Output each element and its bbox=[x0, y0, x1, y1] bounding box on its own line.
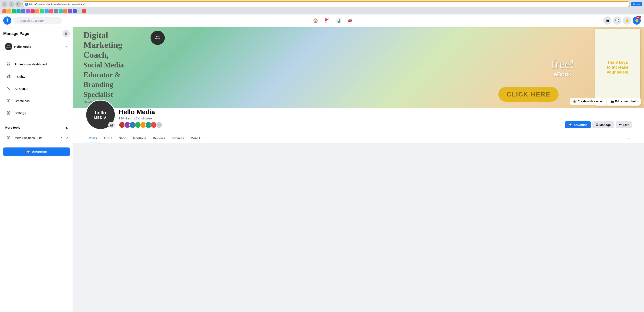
more-tab-chevron: ▾ bbox=[199, 136, 200, 140]
bookmark-5[interactable] bbox=[21, 9, 25, 13]
megaphone-icon: 📣 bbox=[347, 18, 352, 23]
advertise-button-label: Advertise bbox=[32, 150, 47, 154]
flag-icon: 🚩 bbox=[324, 18, 330, 23]
sidebar-item-create-ads[interactable]: Create ads bbox=[3, 95, 70, 106]
edit-cover-button[interactable]: 📷 Edit cover photo bbox=[607, 98, 641, 105]
advertise-action-button[interactable]: 📢 Advertise bbox=[565, 121, 590, 128]
sidebar-item-ad-centre[interactable]: Ad Centre bbox=[3, 83, 70, 94]
grid-button[interactable]: ⊞ bbox=[603, 16, 612, 24]
profile-avatar-container: hello MEDIA 📷 bbox=[86, 100, 116, 130]
more-tools-section[interactable]: More tools ▲ bbox=[3, 124, 70, 131]
professional-dashboard-label: Professional dashboard bbox=[15, 63, 47, 66]
back-button[interactable]: ← bbox=[2, 1, 7, 7]
tab-reviews[interactable]: Reviews bbox=[150, 134, 168, 143]
tab-about[interactable]: About bbox=[100, 134, 116, 143]
forward-button[interactable]: → bbox=[8, 1, 14, 7]
cover-photo-container: DigitalMarketingCoach,Social MediaEducat… bbox=[73, 27, 644, 108]
create-avatar-button[interactable]: 🎭 Create with avatar bbox=[570, 98, 606, 105]
camera-icon-cover: 📷 bbox=[610, 100, 614, 103]
bookmark-11[interactable] bbox=[49, 9, 53, 13]
refresh-button[interactable]: ↻ bbox=[16, 1, 21, 7]
bookmark-3[interactable] bbox=[12, 9, 16, 13]
favicon: f bbox=[25, 3, 28, 6]
search-input[interactable] bbox=[13, 17, 62, 24]
bookmark-1[interactable] bbox=[2, 9, 6, 13]
bookmark-14[interactable] bbox=[63, 9, 67, 13]
bookmark-12[interactable] bbox=[54, 9, 58, 13]
bookmark-17[interactable] bbox=[77, 9, 81, 13]
address-bar[interactable]: f https://www.facebook.com/hellomedia.dr… bbox=[22, 1, 630, 7]
bookmark-7[interactable] bbox=[30, 9, 34, 13]
bookmark-13[interactable] bbox=[58, 9, 63, 13]
more-tools-label: More tools bbox=[5, 126, 20, 129]
user-avatar[interactable]: 😊 20+ bbox=[632, 16, 641, 24]
tab-more[interactable]: More ▾ bbox=[187, 133, 204, 143]
url-text: https://www.facebook.com/hellomedia.drea… bbox=[29, 3, 84, 6]
cover-photo-buttons: 🎭 Create with avatar 📷 Edit cover photo bbox=[570, 98, 641, 105]
profile-photo-camera-button[interactable]: 📷 bbox=[108, 122, 115, 128]
tab-shop[interactable]: Shop bbox=[116, 134, 130, 143]
tab-ellipsis-container: ··· bbox=[626, 135, 632, 142]
insights-icon bbox=[5, 73, 12, 80]
messenger-button[interactable]: 💬 bbox=[613, 16, 621, 24]
stats-separator: · bbox=[132, 117, 133, 120]
sidebar-item-insights[interactable]: Insights bbox=[3, 71, 70, 82]
meta-suite-icon bbox=[5, 134, 12, 141]
sidebar: Manage Page ⊞ helloMEDIA Hello Media ▼ P… bbox=[0, 27, 73, 312]
svg-rect-1 bbox=[9, 63, 10, 64]
home-nav-button[interactable]: 🏠 bbox=[310, 16, 320, 25]
advertise-button[interactable]: 📢 Advertise bbox=[3, 148, 70, 156]
notification-badge: 20+ bbox=[636, 16, 641, 18]
grid-icon-small: ⊞ bbox=[65, 32, 68, 35]
profile-section: hello MEDIA 📷 Hello Media 934 likes · 1.… bbox=[73, 108, 644, 133]
sidebar-item-settings[interactable]: Settings bbox=[3, 107, 70, 119]
avatar-icon: 😊 bbox=[635, 19, 638, 22]
edit-action-button[interactable]: ✏ Edit bbox=[616, 121, 632, 128]
bookmark-4[interactable] bbox=[16, 9, 20, 13]
dropdown-arrow-icon: ▼ bbox=[66, 45, 68, 48]
bookmark-6[interactable] bbox=[26, 9, 30, 13]
settings-icon bbox=[5, 109, 12, 117]
manage-action-button[interactable]: ⚙ Manage bbox=[592, 121, 614, 128]
page-tabs-container: Posts About Shop Mentions Reviews Servic… bbox=[73, 133, 644, 144]
chart-nav-button[interactable]: 📊 bbox=[334, 16, 343, 25]
follower-avatar-more: ··· bbox=[156, 122, 162, 128]
home-icon: 🏠 bbox=[313, 18, 318, 23]
create-ads-icon bbox=[5, 97, 12, 104]
dashboard-icon bbox=[5, 61, 12, 68]
tab-posts[interactable]: Posts bbox=[86, 134, 100, 143]
tab-mentions[interactable]: Mentions bbox=[130, 134, 150, 143]
sidebar-divider-2 bbox=[3, 121, 70, 121]
bookmark-15[interactable] bbox=[68, 9, 72, 13]
likes-count: 934 likes bbox=[119, 117, 131, 120]
bookmark-9[interactable] bbox=[40, 9, 44, 13]
facebook-logo[interactable]: f bbox=[3, 16, 12, 24]
followers-count: 1.2K followers bbox=[134, 117, 152, 120]
tab-services[interactable]: Services bbox=[168, 134, 188, 143]
profile-name: Hello Media bbox=[119, 108, 562, 116]
manage-page-icon-button[interactable]: ⊞ bbox=[62, 30, 70, 37]
edit-cover-label: Edit cover photo bbox=[615, 100, 638, 103]
grid-icon: ⊞ bbox=[606, 19, 609, 22]
sidebar-item-meta-business-suite[interactable]: Meta Business Suite 4 ↗ bbox=[3, 132, 70, 144]
bookmark-8[interactable] bbox=[35, 9, 39, 13]
megaphone-nav-button[interactable]: 📣 bbox=[345, 16, 354, 25]
bookmark-10[interactable] bbox=[44, 9, 48, 13]
meta-suite-badge: 4 bbox=[61, 136, 62, 139]
bookmark-16[interactable] bbox=[72, 9, 77, 13]
page-selector[interactable]: helloMEDIA Hello Media ▼ bbox=[3, 41, 70, 52]
advertise-action-label: Advertise bbox=[574, 123, 587, 127]
manage-action-icon: ⚙ bbox=[596, 123, 598, 127]
update-button[interactable]: Update bbox=[631, 2, 642, 6]
sidebar-item-professional-dashboard[interactable]: Professional dashboard bbox=[3, 58, 70, 70]
insights-label: Insights bbox=[15, 75, 25, 78]
tab-ellipsis-button[interactable]: ··· bbox=[626, 135, 632, 142]
logo-letter: f bbox=[6, 18, 8, 23]
advertise-button-icon: 📢 bbox=[26, 150, 30, 154]
page-avatar: helloMEDIA bbox=[5, 43, 12, 50]
create-ads-label: Create ads bbox=[15, 99, 30, 103]
bookmark-2[interactable] bbox=[7, 9, 11, 13]
flag-nav-button[interactable]: 🚩 bbox=[322, 16, 332, 25]
notifications-button[interactable]: 🔔 bbox=[623, 16, 631, 24]
bookmark-18[interactable] bbox=[82, 9, 86, 13]
